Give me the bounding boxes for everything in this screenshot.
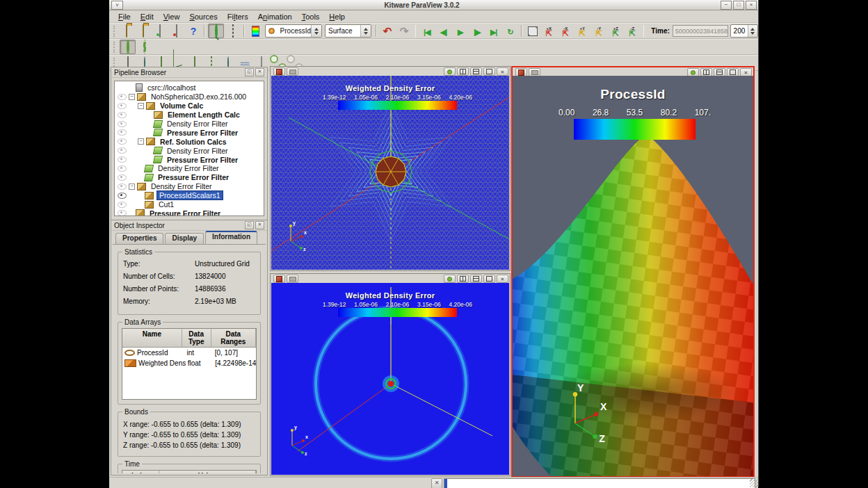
render-canvas-processid[interactable]: YXZ ProcessId0.0026.853.580.2107. (513, 76, 753, 476)
pipeline-item[interactable]: Pressure Error Filter (115, 128, 264, 137)
pipeline-item[interactable]: −Ref. Solution Calcs (115, 137, 264, 146)
column-header[interactable]: Data Type (182, 329, 211, 347)
combo-arrows-icon[interactable] (360, 25, 371, 37)
menu-view[interactable]: View (159, 12, 185, 22)
float-panel-icon[interactable]: ◱ (245, 68, 254, 76)
float-panel-icon[interactable]: ◱ (245, 221, 254, 229)
split-horizontal-button[interactable] (457, 67, 469, 76)
toolbar-handle[interactable] (113, 42, 118, 53)
visibility-eye-icon[interactable] (118, 210, 127, 216)
visibility-eye-icon[interactable] (118, 112, 127, 118)
loop-button[interactable]: ↻ (502, 24, 518, 38)
close-panel-icon[interactable]: ✕ (255, 68, 264, 76)
pipeline-item[interactable]: −NohSpherical3D.exo.216.000 (115, 92, 264, 101)
pipeline-item[interactable]: csrc://localhost (115, 83, 264, 92)
system-menu-icon[interactable]: v (111, 1, 123, 10)
open-file-button[interactable] (118, 24, 134, 38)
camera-minus-z-button[interactable]: -Z⇱ (625, 24, 641, 38)
column-header[interactable]: Name (122, 329, 182, 347)
tree-expander-icon[interactable]: − (129, 184, 135, 190)
maximize-button[interactable] (483, 67, 495, 76)
camera-plusminus-z-button[interactable]: +Z⇱ (608, 24, 624, 38)
color-by-combo[interactable]: ProcessId (265, 24, 322, 38)
close-button[interactable]: ✕ (497, 67, 508, 76)
split-horizontal-button[interactable] (457, 275, 469, 283)
data-array-row[interactable]: Weighted Density Errorfloat[4.22498e-14,… (122, 358, 256, 368)
reset-camera-button[interactable] (525, 24, 541, 38)
tree-expander-icon[interactable]: − (138, 103, 144, 109)
time-field[interactable]: 500000023841858 (673, 25, 728, 37)
interact-mode-button[interactable] (273, 67, 285, 76)
visibility-eye-icon[interactable] (118, 147, 127, 154)
select-surface-button[interactable] (208, 24, 224, 38)
redo-button[interactable]: ↷ (396, 24, 412, 38)
pipeline-item[interactable]: Density Error Filter (115, 120, 264, 129)
menu-sources[interactable]: Sources (184, 12, 222, 22)
visibility-eye-icon[interactable] (118, 174, 127, 181)
connect-server-button[interactable] (152, 24, 168, 38)
previous-frame-button[interactable]: ◀| (435, 24, 451, 38)
close-button[interactable]: × (746, 1, 757, 10)
menu-animation[interactable]: Animation (253, 12, 297, 22)
minimize-button[interactable]: − (721, 1, 732, 10)
edit-color-map-button[interactable] (248, 24, 264, 38)
tab-information[interactable]: Information (205, 231, 257, 244)
pipeline-item[interactable]: Density Error Filter (115, 146, 264, 155)
pipeline-item[interactable]: Density Error Filter (115, 164, 264, 173)
help-button[interactable]: ? (185, 24, 201, 38)
play-button[interactable]: ▶ (452, 24, 468, 38)
data-array-row[interactable]: ProcessIdint[0, 107] (122, 348, 256, 358)
camera-button[interactable] (287, 275, 298, 283)
pipeline-item[interactable]: −Density Error Filter (115, 182, 264, 191)
tab-properties[interactable]: Properties (115, 233, 163, 244)
reset-center-button[interactable] (136, 40, 152, 54)
lightbulb-button[interactable] (444, 67, 456, 76)
tab-display[interactable]: Display (165, 233, 204, 244)
camera-plusminus-x-button[interactable]: +X⇱ (541, 24, 557, 38)
visibility-eye-icon[interactable] (118, 129, 127, 136)
visibility-eye-icon[interactable] (118, 193, 127, 199)
column-header[interactable]: Index (122, 471, 159, 473)
menu-file[interactable]: File (113, 12, 136, 22)
maximize-button[interactable] (483, 275, 495, 283)
visibility-eye-icon[interactable] (118, 202, 127, 208)
camera-button[interactable] (287, 67, 298, 76)
abort-progress-button[interactable]: ✕ (431, 478, 442, 488)
pipeline-item[interactable]: −Volume Calc (115, 101, 264, 111)
column-header[interactable]: Value (159, 471, 256, 473)
frame-spinner[interactable]: 200 (730, 24, 758, 38)
tree-expander-icon[interactable]: − (129, 94, 135, 100)
combo-arrows-icon[interactable] (311, 25, 321, 37)
split-vertical-button[interactable] (470, 275, 482, 283)
toolbar-handle[interactable] (113, 26, 116, 37)
pick-center-button[interactable] (120, 40, 136, 54)
next-frame-button[interactable]: |▶ (469, 24, 485, 38)
pipeline-item[interactable]: Pressure Error Filter (115, 155, 264, 164)
representation-combo[interactable]: Surface (325, 24, 371, 38)
menu-help[interactable]: Help (324, 12, 350, 22)
render-canvas-mesh[interactable]: yxz Weighted Density Error1.39e-121.05e-… (271, 76, 509, 270)
lightbulb-button[interactable] (444, 275, 456, 283)
tree-expander-icon[interactable]: − (138, 138, 144, 145)
undo-button[interactable]: ↶ (380, 24, 396, 38)
render-canvas-shock[interactable]: yxz Weighted Density Error1.39e-121.05e-… (271, 283, 509, 475)
visibility-eye-icon[interactable] (118, 184, 127, 190)
visibility-eye-icon[interactable] (118, 103, 127, 109)
last-frame-button[interactable]: ▶| (485, 24, 501, 38)
camera-plusminus-y-button[interactable]: +Y⇱ (574, 24, 590, 38)
column-header[interactable]: Data Ranges (211, 329, 256, 347)
pipeline-item[interactable]: Pressure Error Filter (115, 173, 264, 182)
close-button[interactable]: ✕ (497, 275, 508, 283)
first-frame-button[interactable]: |◀ (419, 24, 435, 38)
disconnect-server-button[interactable] (168, 24, 184, 38)
pipeline-item[interactable]: Cut1 (115, 200, 264, 209)
pipeline-item[interactable]: Pressure Error Filter (115, 209, 264, 216)
menu-edit[interactable]: Edit (136, 12, 159, 22)
resize-grip-icon[interactable] (750, 479, 758, 487)
visibility-eye-icon[interactable] (118, 94, 127, 100)
visibility-eye-icon[interactable] (118, 138, 127, 145)
split-vertical-button[interactable] (470, 67, 482, 76)
menu-filters[interactable]: Filters (223, 12, 253, 22)
maximize-button[interactable]: □ (733, 1, 744, 10)
camera-minus-y-button[interactable]: -Y⇱ (591, 24, 607, 38)
